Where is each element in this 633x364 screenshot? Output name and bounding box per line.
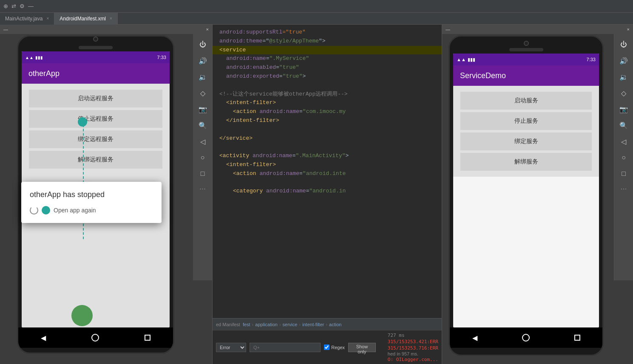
code-content[interactable]: android:supportsRtl="true" android:theme… <box>213 25 442 318</box>
right-emulator-close[interactable]: × <box>627 27 630 32</box>
left-time: 7:33 <box>157 55 166 60</box>
left-emulator-close[interactable]: × <box>206 27 209 32</box>
right-btn-start[interactable]: 启动服务 <box>460 92 592 110</box>
left-emulator-minimize[interactable]: — <box>3 27 8 32</box>
left-phone-speaker <box>79 46 113 49</box>
crash-dialog: otherApp has stopped Open app again <box>21 182 162 223</box>
right-rotate-button[interactable]: ◇ <box>616 86 631 100</box>
right-app-bar: ServiceDemo <box>453 65 599 86</box>
breadcrumb-bar: ed Manifest fest › application › service… <box>213 318 442 330</box>
left-screen-content: 启动远程服务 停止远程服务 绑定远程服务 解绑远程服务 <box>22 84 170 175</box>
breadcrumb-prefix: ed Manifest <box>216 322 240 327</box>
log-search-input[interactable] <box>250 343 321 352</box>
error-line-1: 727 ms <box>388 332 438 339</box>
back-button[interactable]: ◀ <box>41 334 46 342</box>
top-toolbar: ⊕ ⇄ ⚙ — <box>0 0 633 13</box>
log-filter-select[interactable]: Error Verbose Debug Info Warn <box>216 343 246 352</box>
right-volume-down-button[interactable]: 🔉 <box>616 70 631 84</box>
right-square-ctrl-button[interactable]: □ <box>616 166 631 181</box>
recents-button[interactable] <box>145 335 150 341</box>
connection-dot-bottom <box>71 305 93 326</box>
zoom-button[interactable]: 🔍 <box>196 118 210 133</box>
right-status-bar: ▲▲ ▮▮▮ 7:33 <box>453 54 599 65</box>
right-back-ctrl-button[interactable]: ◁ <box>616 134 631 149</box>
breadcrumb-action[interactable]: action <box>329 322 341 327</box>
more-dots[interactable]: ··· <box>199 184 206 193</box>
volume-up-button[interactable]: 🔊 <box>196 54 210 68</box>
left-status-bar: ▲▲ ▮▮▮ 7:33 <box>22 51 170 63</box>
square-ctrl-button[interactable]: □ <box>196 166 210 181</box>
open-app-again-button[interactable]: Open app again <box>30 206 96 214</box>
code-line-4: android:name=".MyService" <box>213 54 442 63</box>
code-line-13: </service> <box>213 134 442 143</box>
right-btn-unbind[interactable]: 解绑服务 <box>460 153 592 171</box>
code-line-19: <category android:name="android.in <box>213 187 442 196</box>
right-home-btn[interactable] <box>522 334 530 341</box>
right-screenshot-button[interactable]: 📷 <box>616 102 631 116</box>
left-status-icons: ▲▲ ▮▮▮ <box>25 55 43 60</box>
right-status-icons: ▲▲ ▮▮▮ <box>457 57 475 62</box>
main-area: — × ▲▲ ▮▮▮ 7:33 otherApp <box>0 25 633 364</box>
right-home-ctrl-button[interactable]: ○ <box>616 150 631 165</box>
code-editor-section: android:supportsRtl="true" android:theme… <box>213 25 442 364</box>
regex-checkbox[interactable] <box>324 344 329 350</box>
left-nav-bar: ◀ <box>18 327 173 348</box>
screenshot-button[interactable]: 📷 <box>196 102 210 116</box>
right-wifi-icon: ▲▲ <box>457 57 466 62</box>
toolbar-icon-add[interactable]: ⊕ <box>3 3 8 9</box>
right-btn-stop[interactable]: 停止服务 <box>460 112 592 130</box>
rotate-button[interactable]: ◇ <box>196 86 210 100</box>
tab-android-manifest[interactable]: AndroidManifest.xml × <box>54 13 118 25</box>
power-button[interactable]: ⏻ <box>196 37 210 52</box>
right-back-btn[interactable]: ◀ <box>472 334 477 342</box>
regex-label: Regex <box>331 345 345 350</box>
toolbar-icon-minimize[interactable]: — <box>28 3 34 9</box>
right-emulator-section: — × ▲▲ ▮▮▮ 7:33 ServiceDemo <box>442 25 633 364</box>
home-button[interactable] <box>91 334 99 341</box>
toolbar-icon-swap[interactable]: ⇄ <box>11 3 16 9</box>
breadcrumb-service[interactable]: service <box>283 322 298 327</box>
code-line-3: <service <box>213 46 442 55</box>
right-power-button[interactable]: ⏻ <box>616 37 631 52</box>
breadcrumb-application[interactable]: application <box>255 322 278 327</box>
right-nav-bar: ◀ <box>450 327 602 348</box>
signal-icon: ▮▮▮ <box>35 55 43 60</box>
right-volume-up-button[interactable]: 🔊 <box>616 54 631 68</box>
regex-checkbox-wrapper[interactable]: Regex <box>324 344 345 350</box>
code-line-10: <action android:name="com.imooc.my <box>213 107 442 116</box>
code-line-14 <box>213 143 442 152</box>
breadcrumb-sep-4: › <box>326 322 327 327</box>
btn-start-remote[interactable]: 启动远程服务 <box>29 90 162 107</box>
right-btn-bind[interactable]: 绑定服务 <box>460 133 592 150</box>
wifi-icon: ▲▲ <box>25 55 34 60</box>
right-emulator-minimize[interactable]: — <box>446 27 450 32</box>
tab-close-android-manifest[interactable]: × <box>110 16 112 21</box>
breadcrumb-intent-filter[interactable]: intent-filter <box>302 322 324 327</box>
code-line-16: <intent-filter> <box>213 161 442 169</box>
right-more-dots[interactable]: ··· <box>620 184 627 193</box>
show-only-button[interactable]: Show only <box>348 343 376 352</box>
tab-bar: MainActivity.java × AndroidManifest.xml … <box>0 13 633 25</box>
btn-unbind-remote[interactable]: 解绑远程服务 <box>29 151 162 169</box>
back-ctrl-button[interactable]: ◁ <box>196 134 210 149</box>
right-recents-btn[interactable] <box>574 335 580 341</box>
code-line-15: <activity android:name=".MainActivity"> <box>213 152 442 161</box>
connection-dot-top <box>78 117 87 127</box>
right-emulator-controls: ⏻ 🔊 🔉 ◇ 📷 🔍 ◁ ○ □ ··· <box>614 34 633 280</box>
breadcrumb-fest[interactable]: fest <box>243 322 250 327</box>
code-line-7 <box>213 81 442 90</box>
right-phone-speaker <box>509 48 543 51</box>
btn-bind-remote[interactable]: 绑定远程服务 <box>29 130 162 148</box>
code-line-1: android:supportsRtl="true" <box>213 28 442 37</box>
btn-stop-remote[interactable]: 停止远程服务 <box>29 110 162 128</box>
error-lines-container: 727 ms 315/153253.421:ERR 315/153253.716… <box>379 332 438 363</box>
volume-down-button[interactable]: 🔉 <box>196 70 210 84</box>
toolbar-icon-settings[interactable]: ⚙ <box>20 3 25 9</box>
right-signal-icon: ▮▮▮ <box>468 57 475 62</box>
home-ctrl-button[interactable]: ○ <box>196 150 210 165</box>
code-line-5: android:enabled="true" <box>213 63 442 72</box>
tab-close-main-activity[interactable]: × <box>46 16 49 21</box>
tab-main-activity[interactable]: MainActivity.java × <box>0 13 54 25</box>
left-app-bar: otherApp <box>22 63 170 84</box>
right-zoom-button[interactable]: 🔍 <box>616 118 631 133</box>
